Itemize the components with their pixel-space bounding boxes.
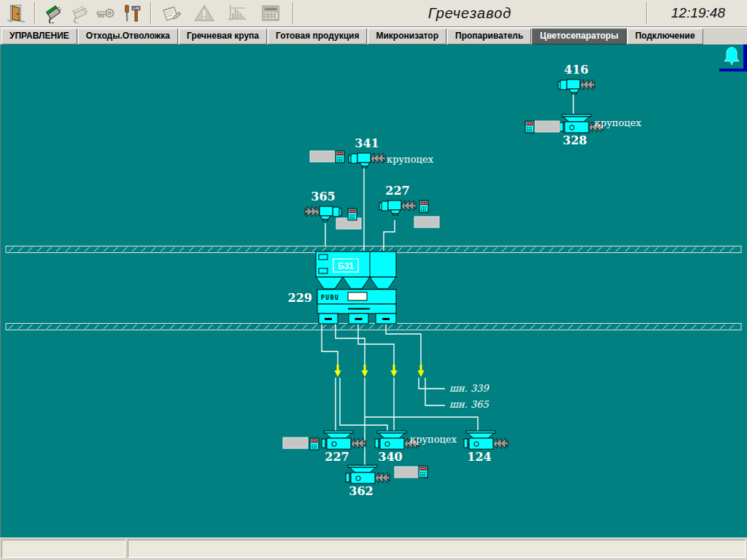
- trends-button[interactable]: [220, 2, 254, 24]
- auger-screw: [351, 438, 365, 448]
- tools-icon: [123, 3, 142, 23]
- disconnect-button[interactable]: [66, 2, 93, 24]
- panel-button[interactable]: [254, 2, 287, 24]
- machine-365[interactable]: 365: [305, 190, 341, 221]
- process-diagram: 416328крупоцех341крупоцех365227227340кру…: [1, 44, 747, 537]
- machine-229-photoseparator[interactable]: [316, 252, 396, 324]
- toolbar-separator: [150, 2, 151, 24]
- workshop-label: крупоцех: [410, 434, 457, 445]
- mimic-canvas: 416328крупоцех341крупоцех365227227340кру…: [0, 44, 747, 537]
- machine-number: 124: [467, 450, 491, 464]
- machine-227t[interactable]: 227: [379, 184, 416, 215]
- workshop-label: крупоцех: [595, 117, 642, 128]
- conveyor-line: [6, 324, 741, 330]
- plug-disconnected-icon: [69, 3, 90, 23]
- indicator-box: [395, 467, 419, 478]
- auger-screw: [371, 153, 385, 163]
- auger-screw: [401, 201, 416, 211]
- machine-number: 328: [562, 133, 587, 147]
- key-button[interactable]: [93, 2, 119, 24]
- control-panel-icon[interactable]: [336, 151, 344, 163]
- screw-365-label: шн. 365: [449, 399, 489, 410]
- machine-124[interactable]: 124: [464, 431, 508, 464]
- blue-edge-right: [743, 44, 747, 71]
- window-title: Гречезавод: [298, 5, 641, 22]
- status-panel-left: [1, 540, 125, 558]
- warning-icon: [193, 3, 215, 23]
- machine-number: 340: [378, 450, 402, 464]
- machine-328[interactable]: 328крупоцех: [560, 114, 642, 147]
- workshop-label: крупоцех: [387, 154, 434, 165]
- door-icon: [7, 4, 26, 23]
- flow-arrow: [418, 365, 425, 377]
- machine-416[interactable]: 416: [558, 63, 595, 94]
- toolbar-separator: [293, 2, 293, 24]
- indicator-box: [283, 438, 308, 448]
- tab-grechnevaya-krupa[interactable]: Гречневая крупа: [179, 28, 267, 44]
- tab-cvetoseparatory[interactable]: Цветосепараторы: [532, 28, 626, 44]
- tab-podklyuchenie[interactable]: Подключение: [627, 28, 703, 44]
- machine-341[interactable]: 341крупоцех: [349, 136, 434, 168]
- control-panel-icon[interactable]: [310, 438, 319, 450]
- toolbar-separator: [646, 2, 647, 24]
- machine-227b[interactable]: 227: [322, 431, 365, 464]
- clock: 12:19:48: [652, 5, 744, 21]
- machine-number: 416: [564, 63, 588, 77]
- machine-number: 341: [355, 136, 379, 150]
- machine-229-label: 229: [288, 291, 312, 305]
- status-bar: [0, 537, 747, 560]
- machine-362[interactable]: 362: [346, 465, 390, 498]
- flow-arrow: [362, 365, 368, 377]
- pipe-line: [419, 378, 445, 389]
- auger-screw: [375, 472, 390, 483]
- pipe-line: [340, 378, 387, 431]
- flow-arrow: [335, 365, 341, 377]
- tab-proparivatel[interactable]: Пропариватель: [447, 28, 531, 44]
- tools-button[interactable]: [119, 2, 145, 24]
- blue-edge-bottom: [719, 69, 747, 71]
- toolbar-separator: [34, 2, 35, 24]
- screw-339-label: шн. 339: [449, 383, 490, 394]
- machine-number: 362: [349, 484, 373, 498]
- indicator-box: [310, 151, 335, 162]
- alarms-button[interactable]: [188, 2, 220, 24]
- flow-arrow: [391, 365, 398, 377]
- control-panel-icon[interactable]: [525, 121, 534, 133]
- separator-panel-text: PUBU: [321, 295, 339, 301]
- tab-upravlenie[interactable]: УПРАВЛЕНИЕ: [1, 28, 77, 44]
- journal-button[interactable]: [156, 2, 188, 24]
- auger-screw: [493, 438, 508, 448]
- tab-mikronizator[interactable]: Микронизатор: [368, 28, 446, 44]
- tab-gotovaya-produkciya[interactable]: Готовая продукция: [268, 28, 367, 44]
- bunker-b31-label: Б31: [338, 261, 354, 271]
- control-panel-icon[interactable]: [348, 209, 357, 220]
- indicator-box: [535, 121, 560, 132]
- machine-340[interactable]: 340крупоцех: [375, 431, 457, 464]
- alarm-bell-icon[interactable]: [724, 47, 739, 65]
- indicator-box: [414, 217, 439, 228]
- auger-screw: [580, 79, 595, 90]
- tab-bar: УПРАВЛЕНИЕОтходы.ОтволожкаГречневая круп…: [0, 27, 747, 44]
- machine-number: 227: [325, 450, 349, 464]
- pipe-line: [425, 378, 445, 405]
- plug-connected-icon: [43, 3, 63, 23]
- chart-icon: [225, 3, 249, 23]
- scada-window: Гречезавод 12:19:48 УПРАВЛЕНИЕОтходы.Отв…: [0, 0, 747, 560]
- status-panel-right: [128, 540, 746, 558]
- control-panel-icon[interactable]: [419, 466, 427, 478]
- exit-button[interactable]: [3, 2, 29, 24]
- calculator-icon: [259, 3, 282, 23]
- tab-othody-otvolozhka[interactable]: Отходы.Отволожка: [78, 28, 178, 44]
- toolbar: Гречезавод 12:19:48: [0, 0, 747, 27]
- machine-number: 227: [385, 184, 409, 198]
- key-icon: [95, 3, 117, 23]
- auger-screw: [305, 206, 320, 217]
- journal-icon: [160, 3, 184, 23]
- machine-number: 365: [311, 190, 335, 203]
- pipe-line: [365, 417, 478, 431]
- connect-button[interactable]: [40, 2, 66, 24]
- control-panel-icon[interactable]: [419, 201, 428, 212]
